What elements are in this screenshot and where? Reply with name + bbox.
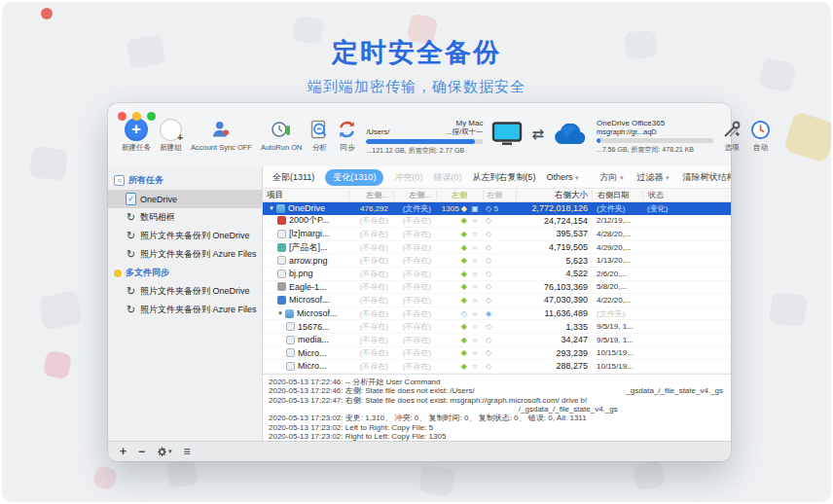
folder-file-icon xyxy=(276,204,285,213)
transfer-arrows-icon: ⇄ xyxy=(531,126,544,143)
table-row[interactable]: Microsof...(不存在)(不存在)◆○◇47,030,3904/22/2… xyxy=(263,294,731,307)
column-header[interactable]: 右侧日期 xyxy=(592,190,642,200)
left-size-cell: (不存在) xyxy=(348,335,393,345)
left-direction-icon: ◆ xyxy=(436,348,467,357)
log-line: 2020-05-13 17:23:02: 变更: 1,310、 冲突: 0、 复… xyxy=(269,414,723,422)
table-row[interactable]: Micro...(不存在)(不存在)◆○◇293,23910/15/19... xyxy=(263,347,731,361)
sidebar-item[interactable]: ↻数码相框 xyxy=(108,208,262,227)
left-date-cell: (不存在) xyxy=(393,347,436,358)
table-row[interactable]: 15676...(不存在)(不存在)◆○◇1,3359/5/19, 1... xyxy=(263,320,731,334)
filter-tab[interactable]: 全部(1311) xyxy=(272,171,314,184)
expander-icon[interactable]: ▼ xyxy=(269,205,274,211)
column-header[interactable]: 右侧大小 xyxy=(516,190,592,201)
task-sidebar: ≡所有任务✓OneDrive↻数码相框↻照片文件夹备份到 OneDrive↻照片… xyxy=(108,166,263,441)
no-sync-icon: ○ xyxy=(467,282,483,291)
file-name: media... xyxy=(298,335,329,344)
video-file-icon xyxy=(277,216,286,225)
left-direction-icon: ◆ xyxy=(436,243,467,252)
column-header[interactable]: 项目 xyxy=(263,190,348,201)
left-direction-icon: ◆ xyxy=(436,230,467,238)
right-folder-panel[interactable]: OneDrive Office365 msgraph://gr...aqD ..… xyxy=(597,119,713,155)
filter-tab[interactable]: 冲突(0) xyxy=(394,171,422,184)
no-sync-icon: ○ xyxy=(467,348,483,357)
expander-icon[interactable]: ▼ xyxy=(277,310,283,316)
sync-task-icon: ↻ xyxy=(126,212,136,223)
sidebar-item[interactable]: ↻照片文件夹备份到 Azure Files xyxy=(108,245,262,264)
autorun-button[interactable]: AutoRun ON xyxy=(261,118,303,152)
new-group-button[interactable]: 新建组 xyxy=(160,118,182,153)
filter-tab[interactable]: 变化(1310) xyxy=(325,169,383,186)
folder-file-icon xyxy=(285,309,294,318)
left-direction-icon: ◆ xyxy=(436,270,467,278)
sidebar-item[interactable]: ↻照片文件夹备份到 OneDrive xyxy=(108,282,262,301)
right-direction-icon: ◇ 5 xyxy=(483,204,516,213)
right-size-cell: 4,522 xyxy=(516,269,592,278)
sidebar-item[interactable]: ↻照片文件夹备份到 Azure Files xyxy=(108,301,262,319)
left-size-cell: (不存在) xyxy=(348,308,393,319)
column-header[interactable]: 左侧... xyxy=(393,190,436,200)
left-date-cell: (不存在) xyxy=(393,281,436,292)
sidebar-group[interactable]: 多文件同步 xyxy=(108,264,262,282)
minimize-button[interactable] xyxy=(132,112,141,121)
sync-button[interactable]: 同步 xyxy=(337,118,357,153)
right-direction-icon: ◇ xyxy=(483,243,516,252)
analyze-button[interactable]: 分析 xyxy=(310,118,328,153)
table-row[interactable]: [产品名]...(不存在)(不存在)◆○◇4,719,5054/29/20,..… xyxy=(263,241,731,255)
filter-tab[interactable]: Others ▾ xyxy=(546,172,578,182)
image-file-icon xyxy=(286,348,295,357)
image-file-icon xyxy=(277,270,286,278)
table-row[interactable]: media...(不存在)(不存在)◆○◇34,2479/5/19, 1... xyxy=(263,334,731,347)
table-row[interactable]: 2000个P...(不存在)(不存在)◆○◇24,724,1542/12/19,… xyxy=(263,215,731,229)
table-row[interactable]: ▼OneDrive476,292(文件夹)1305 ◆▣◇ 52,772,018… xyxy=(263,202,731,215)
auto-button[interactable]: 自动 xyxy=(750,118,771,153)
column-header[interactable]: 右侧 xyxy=(483,190,516,200)
new-task-button[interactable]: + 新建任务 xyxy=(122,118,151,153)
remove-task-button[interactable]: − xyxy=(138,445,145,458)
image-file-icon xyxy=(286,336,295,344)
right-direction-icon: ◈ xyxy=(483,309,516,318)
main-content: 全部(1311)变化(1310)冲突(0)错误(0)从左到右复制(5)Other… xyxy=(263,166,731,441)
sidebar-item-label: OneDrive xyxy=(140,195,177,204)
filter-tab[interactable]: 错误(0) xyxy=(433,171,461,184)
right-direction-icon: ◇ xyxy=(483,256,516,265)
table-row[interactable]: Eagle-1...(不存在)(不存在)◆○◇76,103,3695/8/20,… xyxy=(263,281,731,295)
close-button[interactable] xyxy=(118,112,127,121)
settings-gear-button[interactable]: ▾ xyxy=(157,447,172,457)
right-size-cell: 288,275 xyxy=(516,361,592,371)
column-header[interactable]: 左侧 xyxy=(436,190,467,200)
add-task-button[interactable]: + xyxy=(120,445,127,458)
image-file-icon xyxy=(286,322,295,331)
image-file-icon xyxy=(277,256,286,265)
column-header[interactable]: 状态 xyxy=(642,190,731,200)
right-size-cell: 2,772,018,126 xyxy=(516,203,592,213)
table-row[interactable]: arrow.png(不存在)(不存在)◆○◇5,6231/13/20,... xyxy=(263,254,731,268)
table-row[interactable]: ▼Microsof...(不存在)(不存在)◇○◈11,636,489(文件夹) xyxy=(263,307,731,321)
sidebar-group[interactable]: ≡所有任务 xyxy=(108,171,262,190)
list-view-button[interactable]: ≡ xyxy=(184,445,191,458)
right-direction-icon: ◇ xyxy=(483,270,516,278)
file-table: ▼OneDrive476,292(文件夹)1305 ◆▣◇ 52,772,018… xyxy=(263,202,731,374)
table-row[interactable]: bj.png(不存在)(不存在)◆○◇4,5222/6/20,... xyxy=(263,268,731,281)
chevron-down-icon: ▾ xyxy=(666,174,670,181)
sidebar-item[interactable]: ✓OneDrive xyxy=(108,190,262,208)
no-sync-icon: ○ xyxy=(467,322,483,331)
analyze-label: 分析 xyxy=(312,143,327,153)
table-row[interactable]: [lz]margi...(不存在)(不存在)◆○◇395,5374/28/20,… xyxy=(263,228,731,241)
left-size-cell: (不存在) xyxy=(348,255,393,266)
sidebar-item-label: 照片文件夹备份到 OneDrive xyxy=(140,285,250,298)
left-size-cell: (不存在) xyxy=(348,229,393,239)
options-button[interactable]: 选项 xyxy=(722,118,742,153)
left-folder-panel[interactable]: My Mac /Users/ ...报/双十一 ...121.12 GB, 所需… xyxy=(366,119,483,156)
left-date-cell: (不存在) xyxy=(393,335,436,345)
right-date-cell: 4/29/20,... xyxy=(592,243,642,252)
filter-tab[interactable]: 从左到右复制(5) xyxy=(472,171,535,184)
tab-action[interactable]: 清除树状结构图 xyxy=(682,171,731,184)
tab-action[interactable]: 过滤器 ▾ xyxy=(636,171,669,184)
right-date-cell: 9/5/19, 1... xyxy=(592,322,642,331)
account-sync-button[interactable]: Account Sync OFF xyxy=(191,118,252,152)
fullscreen-button[interactable] xyxy=(147,112,156,121)
tab-action[interactable]: 方向 ▾ xyxy=(599,171,623,184)
table-row[interactable]: Micro...(不存在)(不存在)◆○◇288,27510/15/19... xyxy=(263,360,731,374)
column-header[interactable]: 左侧... xyxy=(348,190,393,200)
sidebar-item[interactable]: ↻照片文件夹备份到 OneDrive xyxy=(108,227,262,245)
